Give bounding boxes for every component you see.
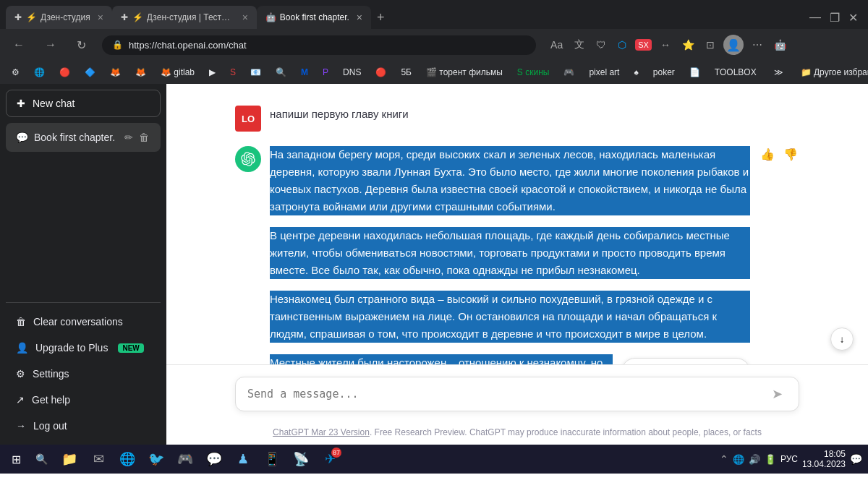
footer-version-link[interactable]: ChatGPT Mar 23 Version <box>273 427 370 437</box>
tray-notifications-button[interactable]: ⌃ <box>720 453 728 465</box>
bookmark-icon-a[interactable]: M <box>295 66 314 79</box>
bookmark-game[interactable]: 🎮 <box>558 66 580 79</box>
taskbar-app-steam[interactable]: ♟ <box>230 446 256 472</box>
bookmark-icon-s[interactable]: S <box>224 66 242 79</box>
bookmark-overflow[interactable]: ≫ <box>768 66 789 79</box>
message-input[interactable] <box>247 388 767 401</box>
taskbar-search-button[interactable]: 🔍 <box>30 450 54 468</box>
bookmark-icon-search[interactable]: 🔍 <box>270 66 292 79</box>
address-bar[interactable]: 🔒 https://chat.openai.com/chat <box>102 35 536 55</box>
sidebar: ✚ New chat 💬 Book first chapter. ✏ 🗑 🗑 C… <box>0 84 166 445</box>
bookmark-icon-2[interactable]: 🌐 <box>28 66 51 79</box>
taskbar-app-telegram[interactable]: ✈ 87 <box>317 446 343 472</box>
bookmark-dns[interactable]: DNS <box>337 66 367 79</box>
collections-button[interactable]: ⊡ <box>703 36 718 53</box>
chat-item-icon: 💬 <box>16 132 28 143</box>
send-button[interactable]: ➤ <box>767 385 787 403</box>
bookmark-skins[interactable]: S скины <box>511 66 556 79</box>
sidebar-upgrade[interactable]: 👤 Upgrade to Plus NEW <box>6 335 161 361</box>
back-button[interactable]: ← <box>9 37 29 53</box>
sidebar-help[interactable]: ↗ Get help <box>6 387 161 413</box>
bookmark-icon-p[interactable]: P <box>317 66 334 79</box>
taskbar-app-discord[interactable]: 💬 <box>201 446 227 472</box>
new-tab-button[interactable]: + <box>371 10 391 25</box>
address-text: https://chat.openai.com/chat <box>129 40 247 51</box>
taskbar-app-twitter[interactable]: 🐦 <box>143 446 169 472</box>
tab-close-2[interactable]: × <box>242 12 248 23</box>
clear-label: Clear conversations <box>33 316 123 328</box>
extension-button-edge[interactable]: ⬡ <box>615 36 629 53</box>
bookmark-other[interactable]: 📁 Другое избранное <box>795 66 868 79</box>
favorites-button[interactable]: ⭐ <box>679 36 697 53</box>
tab-3[interactable]: 🤖 Book first chapter. × <box>257 6 371 29</box>
new-chat-button[interactable]: ✚ New chat <box>6 90 161 117</box>
tray-lang[interactable]: РУС <box>780 454 798 464</box>
bookmarks-bar: ⚙ 🌐 🔴 🔷 🦊 🦊 🦊 gitlab ▶ S 📧 🔍 M P DNS 🔴 5… <box>0 61 868 84</box>
sidebar-settings[interactable]: ⚙ Settings <box>6 361 161 387</box>
scroll-down-button[interactable]: ↓ <box>830 328 854 351</box>
tab-title-2: Дзен-студия | Тестирую нейро... <box>147 12 235 22</box>
translate-lang-button[interactable]: 文 <box>571 35 587 54</box>
bookmark-movies[interactable]: 🎬 торент фильмы <box>420 66 509 79</box>
taskbar-apps: 📁 ✉ 🌐 🐦 🎮 💬 ♟ 📱 📡 ✈ 87 <box>56 446 717 472</box>
chat-main: LO напиши первую главу книги На западном… <box>166 84 868 445</box>
bookmark-icon-red[interactable]: 🔴 <box>370 66 392 79</box>
tray-network-icon[interactable]: 🌐 <box>733 454 744 465</box>
refresh-button[interactable]: ↻ <box>72 37 90 53</box>
extension-button-3[interactable]: ↔ <box>658 36 673 53</box>
bookmark-icon-mail[interactable]: 📧 <box>244 66 267 79</box>
tray-battery-icon[interactable]: 🔋 <box>765 454 776 465</box>
minimize-button[interactable]: — <box>805 9 825 25</box>
regenerate-floating-button[interactable]: ⟳ Regenerate response <box>621 358 750 364</box>
assistant-message-row: На западном берегу моря, среди высоких с… <box>192 139 843 364</box>
sidebar-clear-conversations[interactable]: 🗑 Clear conversations <box>6 309 161 335</box>
extension-button-1[interactable]: 🛡 <box>593 36 609 53</box>
bookmark-pixel[interactable]: pixel art <box>583 66 625 79</box>
taskbar-app-game[interactable]: 🎮 <box>172 446 198 472</box>
thumbs-down-button[interactable]: 👎 <box>782 146 799 163</box>
bookmark-5b[interactable]: 5Б <box>395 66 417 79</box>
bookmark-icon-5[interactable]: 🦊 <box>104 66 127 79</box>
bookmark-toolbox[interactable]: TOOLBOX <box>709 66 762 79</box>
bookmark-icon-7[interactable]: ▶ <box>203 66 221 79</box>
tab-2[interactable]: ✚ ⚡ Дзен-студия | Тестирую нейро... × <box>112 6 257 29</box>
sidebar-bottom: 🗑 Clear conversations 👤 Upgrade to Plus … <box>6 302 161 439</box>
tray-action-center-button[interactable]: 💬 <box>850 453 862 465</box>
windows-start-button[interactable]: ⊞ <box>6 450 27 469</box>
tab-bar: ✚ ⚡ Дзен-студия × ✚ ⚡ Дзен-студия | Тест… <box>0 0 868 29</box>
maximize-button[interactable]: ❐ <box>825 9 844 26</box>
extension-button-2[interactable]: SX <box>635 39 652 51</box>
taskbar-app-rss[interactable]: 📡 <box>288 446 314 472</box>
user-message-content: напиши первую главу книги <box>270 106 799 123</box>
thumbs-up-button[interactable]: 👍 <box>759 146 776 163</box>
tray-volume-icon[interactable]: 🔊 <box>749 454 760 465</box>
app-container: ✚ New chat 💬 Book first chapter. ✏ 🗑 🗑 C… <box>0 84 868 445</box>
tab-close-1[interactable]: × <box>98 12 103 23</box>
profile-avatar[interactable]: 👤 <box>723 35 744 55</box>
sidebar-logout[interactable]: → Log out <box>6 413 161 439</box>
tab-1[interactable]: ✚ ⚡ Дзен-студия × <box>6 6 112 29</box>
bookmark-icon-4[interactable]: 🔷 <box>79 66 101 79</box>
close-window-button[interactable]: ✕ <box>844 9 862 26</box>
translate-button[interactable]: Аа <box>548 36 566 53</box>
more-options-button[interactable]: ⋯ <box>749 36 765 53</box>
logout-icon: → <box>16 420 26 432</box>
bookmark-icon-1[interactable]: ⚙ <box>6 66 25 79</box>
chat-item-1[interactable]: 💬 Book first chapter. ✏ 🗑 <box>6 123 161 152</box>
bookmark-icon-6[interactable]: 🦊 <box>129 66 152 79</box>
bookmark-poker[interactable]: poker <box>647 66 681 79</box>
tab-close-3[interactable]: × <box>357 12 362 23</box>
edit-chat-button[interactable]: ✏ <box>123 130 135 145</box>
bookmark-gitlab[interactable]: 🦊 gitlab <box>155 66 200 79</box>
taskbar: ⊞ 🔍 📁 ✉ 🌐 🐦 🎮 💬 ♟ 📱 📡 ✈ 87 ⌃ 🌐 🔊 🔋 РУС 1… <box>0 445 868 474</box>
taskbar-app-mail[interactable]: ✉ <box>85 446 111 472</box>
delete-chat-button[interactable]: 🗑 <box>137 130 150 145</box>
bookmark-spade[interactable]: ♠ <box>628 66 644 79</box>
bookmark-icon-3[interactable]: 🔴 <box>54 66 76 79</box>
forward-button[interactable]: → <box>41 37 61 53</box>
bookmark-doc[interactable]: 📄 <box>684 66 706 79</box>
taskbar-app-phone[interactable]: 📱 <box>259 446 285 472</box>
taskbar-app-edge[interactable]: 🌐 <box>114 446 140 472</box>
taskbar-app-explorer[interactable]: 📁 <box>56 446 82 472</box>
edge-copilot-button[interactable]: 🤖 <box>771 36 789 53</box>
